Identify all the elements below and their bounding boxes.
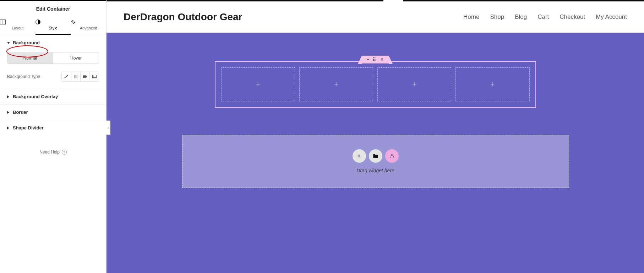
video-icon <box>83 75 87 78</box>
sidebar-collapse-handle[interactable]: ‹ <box>106 121 110 135</box>
brush-icon <box>64 74 69 79</box>
dropzone-text: Drag widget here <box>356 168 394 173</box>
sparkle-icon <box>389 153 395 159</box>
tab-label: Advanced <box>71 26 106 30</box>
svg-point-5 <box>93 76 94 77</box>
section-toggle-shape[interactable]: Shape Divider <box>0 120 106 135</box>
tab-layout[interactable]: Layout <box>0 17 36 35</box>
caret-right-icon <box>7 111 9 114</box>
help-icon: ? <box>62 150 67 155</box>
bg-type-gradient[interactable] <box>71 72 80 81</box>
bg-type-label: Background Type <box>7 74 40 79</box>
gradient-icon <box>74 75 78 78</box>
bg-type-video[interactable] <box>80 72 89 81</box>
section-title: Background <box>13 40 40 45</box>
caret-right-icon <box>7 95 9 98</box>
editor-sidebar: Edit Container Layout Style Advanced <box>0 0 107 273</box>
site-header: DerDragon Outdoor Gear Home Shop Blog Ca… <box>107 1 644 33</box>
template-library-button[interactable] <box>369 149 382 163</box>
caret-right-icon <box>7 127 9 129</box>
nav-link[interactable]: Shop <box>490 13 504 21</box>
section-overlay: Background Overlay <box>0 89 106 105</box>
section-toggle-overlay[interactable]: Background Overlay <box>0 89 106 104</box>
image-icon <box>92 75 97 78</box>
empty-column[interactable]: + <box>455 67 529 101</box>
help-label: Need Help <box>39 150 60 155</box>
chevron-left-icon: ‹ <box>108 126 109 130</box>
empty-column[interactable]: + <box>377 67 451 101</box>
empty-column[interactable]: + <box>221 67 295 101</box>
tab-advanced[interactable]: Advanced <box>71 17 106 35</box>
panel-title: Edit Container <box>0 1 106 17</box>
site-brand[interactable]: DerDragon Outdoor Gear <box>124 11 242 23</box>
plus-icon: + <box>334 80 338 89</box>
tab-style[interactable]: Style <box>36 17 71 35</box>
close-icon[interactable]: ✕ <box>380 57 384 62</box>
plus-icon: + <box>358 153 361 159</box>
section-toggle-border[interactable]: Border <box>0 105 106 120</box>
editor-canvas[interactable]: + ⠿ ✕ + + + + + <box>107 33 644 273</box>
bg-type-slideshow[interactable] <box>89 72 99 81</box>
section-background: Background Normal Hover Background Type <box>0 35 106 89</box>
section-title: Border <box>13 110 28 115</box>
style-icon <box>36 20 71 24</box>
add-icon[interactable]: + <box>367 57 369 62</box>
folder-icon <box>373 154 378 158</box>
bg-type-classic[interactable] <box>62 72 71 81</box>
caret-down-icon <box>7 42 10 44</box>
site-nav: Home Shop Blog Cart Checkout My Account <box>463 13 627 21</box>
svg-rect-3 <box>74 75 78 78</box>
tab-label: Layout <box>0 26 36 30</box>
state-segment: Normal Hover <box>7 52 99 64</box>
tab-label: Style <box>36 26 71 30</box>
drag-handle-icon[interactable]: ⠿ <box>373 57 377 62</box>
section-title: Shape Divider <box>13 125 44 130</box>
plus-icon: + <box>412 80 417 89</box>
nav-link[interactable]: Cart <box>537 13 549 21</box>
layout-icon <box>0 20 36 24</box>
section-shape: Shape Divider <box>0 120 106 135</box>
segment-hover[interactable]: Hover <box>53 53 99 63</box>
add-widget-button[interactable]: + <box>353 149 366 163</box>
nav-link[interactable]: Home <box>463 13 479 21</box>
selected-container[interactable]: + + + + <box>215 61 536 108</box>
plus-icon: + <box>256 80 260 89</box>
section-title: Background Overlay <box>13 94 58 99</box>
widget-dropzone[interactable]: + Drag widget here <box>182 135 569 188</box>
help-link[interactable]: Need Help ? <box>0 150 106 155</box>
nav-link[interactable]: My Account <box>596 13 627 21</box>
ai-button[interactable] <box>385 149 399 163</box>
preview-pane: DerDragon Outdoor Gear Home Shop Blog Ca… <box>107 0 644 273</box>
section-border: Border <box>0 105 106 120</box>
container-handle[interactable]: + ⠿ ✕ <box>362 56 389 63</box>
section-toggle-background[interactable]: Background <box>0 35 106 50</box>
nav-link[interactable]: Checkout <box>560 13 585 21</box>
empty-column[interactable]: + <box>299 67 373 101</box>
bg-type-group <box>61 72 99 82</box>
segment-normal[interactable]: Normal <box>7 53 53 63</box>
nav-link[interactable]: Blog <box>515 13 527 21</box>
gear-icon <box>71 20 106 24</box>
plus-icon: + <box>490 80 495 89</box>
panel-tabs: Layout Style Advanced <box>0 17 106 35</box>
